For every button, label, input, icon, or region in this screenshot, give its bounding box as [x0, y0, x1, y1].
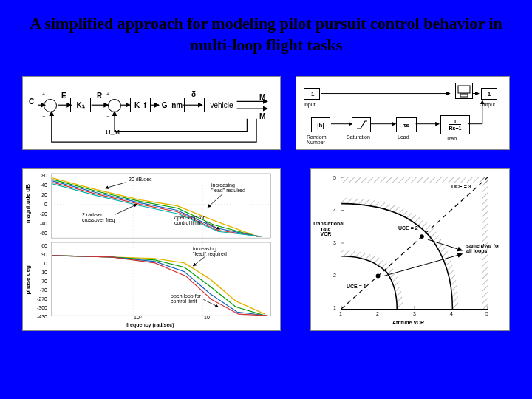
lead-label: Lead [398, 134, 409, 140]
phase-tick: -300 [29, 305, 47, 310]
vcr-xlabel: Attitude VCR [392, 320, 424, 325]
svg-line-25 [203, 300, 218, 307]
xtick: 4 [450, 311, 453, 316]
phase-tick: -10 [29, 270, 47, 275]
random-label: Random Number [307, 134, 326, 145]
signal-e: E [61, 92, 66, 100]
signal-m-bot: M [259, 112, 265, 120]
transfer-label: Tran [446, 136, 457, 141]
phase-tick: 60 [29, 243, 47, 248]
output-block: 1 [481, 88, 497, 100]
tf-num: 1 [454, 119, 457, 124]
mag-tick: -20 [29, 211, 47, 216]
mag-tick: -40 [29, 221, 47, 226]
svg-line-23 [205, 222, 219, 230]
svg-line-42 [383, 254, 462, 276]
ann-slope: 20 dB/dec [129, 177, 152, 182]
uce2-label: UCE = 2 [398, 225, 418, 231]
dvar-note: same dvar for all loops [466, 243, 507, 253]
panel-container: C + − E K₁ R + − K_f G_nm δ vehicle M M … [0, 61, 532, 394]
ytick: 3 [333, 240, 336, 245]
svg-point-40 [420, 234, 424, 239]
control-block-diagram: C + − E K₁ R + − K_f G_nm δ vehicle M M … [22, 76, 281, 150]
xtick: 1 [339, 311, 342, 316]
saturation-block [352, 117, 371, 132]
phase-tick: -430 [29, 314, 47, 319]
svg-point-39 [376, 274, 381, 279]
uce3-label: UCE = 3 [451, 184, 471, 189]
xtick: 2 [376, 311, 379, 316]
svg-line-21 [115, 205, 137, 215]
block-vehicle: vehicle [204, 98, 239, 112]
phase-tick: 90 [29, 252, 47, 257]
vcr-ylabel: Translational rate VCR [313, 221, 339, 236]
summing-junction-2 [108, 99, 121, 112]
tf-den: Rs+1 [449, 124, 462, 131]
input-block: -1 [304, 88, 320, 100]
block-kf: K_f [130, 98, 151, 112]
xtick: 10 [204, 315, 210, 320]
vcr-uce-chart: Translational rate VCR [310, 168, 510, 331]
phase-tick: -70 [29, 287, 47, 293]
svg-rect-36 [341, 177, 488, 183]
simulink-diagram: -1 Input 1 Output |h| Random Number Satu… [296, 76, 510, 150]
transfer-block: 1 Rs+1 [440, 115, 470, 134]
svg-line-20 [106, 183, 126, 188]
ytick: 1 [333, 305, 336, 310]
signal-r: R [97, 92, 102, 100]
plus-sign-1: + [42, 92, 45, 97]
block-k1: K₁ [70, 98, 91, 112]
ann-lead: increasing "lead" required [211, 183, 245, 193]
output-label: Output [480, 102, 495, 107]
summing-junction-1 [44, 99, 57, 112]
lead-block: τs [396, 117, 417, 132]
svg-rect-16 [51, 242, 270, 316]
plus-sign-2: + [106, 92, 109, 97]
saturation-icon [355, 120, 367, 130]
ann-lead-2: increasing "lead" required [193, 246, 227, 256]
signal-c: C [29, 98, 34, 106]
blockdiag-arrows [23, 77, 280, 149]
saturation-label: Saturation [347, 134, 370, 140]
page-title: A simplified approach for modeling pilot… [0, 0, 532, 61]
input-label: Input [304, 102, 316, 107]
signal-m-top: M [259, 93, 265, 101]
xtick: 10⁰ [134, 315, 142, 321]
xlabel: frequency (rad/sec) [126, 322, 174, 327]
svg-line-24 [193, 256, 206, 266]
ytick: 4 [333, 208, 336, 213]
block-gnm: G_nm [160, 98, 185, 112]
random-block: |h| [311, 117, 330, 132]
mag-tick: 20 [29, 192, 47, 197]
ann-openloop-2: open loop for control limit [171, 293, 201, 304]
scope-icon [456, 83, 472, 98]
signal-um: U_M [106, 129, 120, 136]
svg-line-22 [208, 194, 222, 208]
bode-curves [23, 169, 280, 330]
uce1-label: UCE = 1 [347, 284, 366, 289]
mag-tick: 0 [29, 202, 47, 207]
scope-block [455, 83, 473, 99]
xtick: 3 [413, 311, 416, 316]
xtick: 5 [485, 311, 488, 316]
phase-tick: -270 [29, 296, 47, 301]
signal-delta: δ [191, 90, 196, 98]
minus-sign-1: − [42, 114, 45, 119]
phase-tick: 0 [29, 261, 47, 266]
mag-tick: 40 [29, 183, 47, 188]
mag-tick: -60 [29, 231, 47, 236]
svg-rect-9 [460, 94, 468, 97]
ann-crossover: 2 rad/sec crossover freq [82, 212, 115, 222]
ytick: 5 [333, 175, 336, 180]
minus-sign-2: − [106, 114, 109, 119]
svg-rect-8 [458, 86, 470, 93]
bode-plot: magnitude dB phase deg 80 40 20 0 -20 -4… [22, 168, 281, 331]
mag-tick: 80 [29, 173, 47, 178]
svg-line-41 [428, 239, 462, 250]
ytick: 2 [333, 273, 336, 278]
ann-openloop-1: open loop for control limit [174, 215, 205, 225]
phase-tick: -70 [29, 279, 47, 284]
